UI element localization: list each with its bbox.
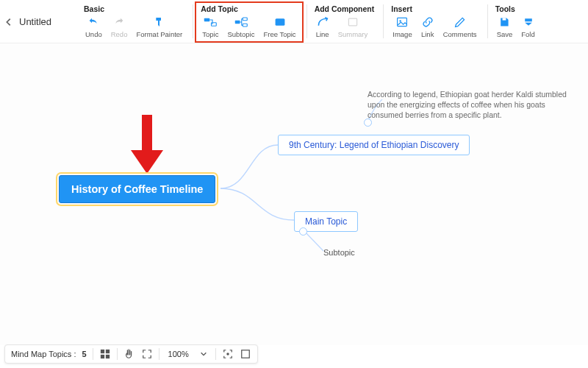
toolbar-separator [487, 4, 488, 38]
redo-icon [112, 15, 126, 29]
undo-button[interactable]: Undo [81, 14, 107, 41]
undo-icon [87, 15, 100, 29]
line-label: Line [316, 30, 329, 38]
fullscreen-icon[interactable] [240, 348, 251, 360]
outline-view-icon[interactable] [99, 348, 111, 360]
free-topic-icon [273, 15, 287, 29]
svg-rect-6 [348, 18, 356, 26]
annotation-arrow-icon [125, 113, 169, 180]
node-branch-a[interactable]: 9th Century: Legend of Ethiopian Discove… [278, 135, 470, 155]
status-bar: Mind Map Topics : 5 100% [4, 344, 258, 364]
svg-rect-10 [142, 115, 152, 152]
svg-rect-5 [275, 18, 284, 26]
summary-button[interactable]: Summary [334, 14, 373, 41]
line-icon [316, 15, 329, 29]
center-icon[interactable] [222, 348, 234, 360]
topic-count-label: Mind Map Topics : [11, 350, 76, 358]
link-icon [421, 15, 434, 29]
status-separator [159, 348, 159, 360]
chevron-down-icon[interactable] [198, 348, 209, 360]
fold-label: Fold [521, 30, 534, 38]
link-button[interactable]: Link [417, 14, 439, 41]
group-add-component: Add Component Line Summary [309, 1, 381, 41]
image-icon [395, 15, 409, 29]
format-painter-button[interactable]: Format Painter [132, 14, 187, 41]
svg-rect-12 [105, 350, 109, 353]
free-topic-button[interactable]: Free Topic [259, 14, 300, 41]
link-label: Link [421, 30, 434, 38]
svg-rect-16 [241, 350, 249, 358]
svg-rect-3 [243, 18, 247, 21]
pan-icon[interactable] [123, 348, 135, 360]
status-separator [117, 348, 118, 360]
summary-icon [346, 15, 359, 29]
svg-rect-9 [503, 18, 506, 20]
redo-label: Redo [111, 30, 128, 38]
redo-button[interactable]: Redo [107, 14, 132, 41]
format-painter-icon [153, 15, 166, 29]
topic-count-value: 5 [82, 350, 86, 358]
fold-button[interactable]: Fold [517, 14, 539, 41]
free-topic-label: Free Topic [263, 30, 295, 38]
comments-icon [453, 15, 467, 29]
toolbar-separator [193, 4, 193, 38]
topic-icon [204, 15, 217, 29]
status-separator [215, 348, 216, 360]
group-basic-title: Basic [81, 3, 187, 14]
format-painter-label: Format Painter [136, 30, 182, 38]
toolbar-separator [306, 4, 307, 38]
topic-button[interactable]: Topic [198, 14, 223, 41]
save-icon [498, 15, 511, 29]
mindmap-canvas[interactable]: According to legend, Ethiopian goat herd… [0, 43, 588, 345]
group-insert: Insert Image Link [385, 1, 484, 41]
group-add-topic: Add Topic Topic Subtopic [195, 1, 303, 43]
group-tools-title: Tools [492, 3, 539, 14]
comments-button[interactable]: Comments [439, 14, 481, 41]
subtopic-button[interactable]: Subtopic [223, 14, 259, 41]
svg-rect-4 [243, 24, 247, 26]
group-add-topic-title: Add Topic [198, 3, 300, 14]
save-button[interactable]: Save [492, 14, 517, 41]
status-separator [93, 348, 93, 360]
node-port-icon[interactable] [299, 227, 307, 236]
svg-rect-0 [204, 18, 210, 22]
node-central[interactable]: History of Coffee Timeline [59, 175, 215, 203]
undo-label: Undo [85, 30, 102, 38]
svg-rect-7 [398, 18, 407, 26]
line-button[interactable]: Line [312, 14, 334, 41]
group-insert-title: Insert [388, 3, 481, 14]
svg-rect-13 [100, 355, 104, 358]
fit-icon[interactable] [141, 348, 153, 360]
summary-label: Summary [338, 30, 368, 38]
image-label: Image [392, 30, 412, 38]
subtopic-label: Subtopic [227, 30, 254, 38]
toolbar: Untitled Basic Undo Redo F [0, 0, 588, 43]
comments-label: Comments [443, 30, 477, 38]
svg-point-15 [226, 353, 229, 355]
fold-icon [522, 15, 535, 29]
group-tools: Tools Save Fold [490, 1, 542, 41]
node-port-icon[interactable] [364, 118, 372, 127]
zoom-level[interactable]: 100% [165, 350, 192, 358]
note-text[interactable]: According to legend, Ethiopian goat herd… [368, 89, 581, 121]
image-button[interactable]: Image [388, 14, 416, 41]
topic-label: Topic [202, 30, 218, 38]
group-basic: Basic Undo Redo Format Painter [78, 1, 190, 41]
toolbar-separator [383, 4, 384, 38]
document-title[interactable]: Untitled [15, 1, 78, 27]
svg-rect-2 [235, 21, 240, 24]
svg-rect-11 [100, 350, 104, 353]
save-label: Save [497, 30, 513, 38]
app-menu-icon[interactable] [3, 1, 15, 43]
svg-rect-14 [105, 355, 109, 358]
node-subtopic[interactable]: Subtopic [323, 248, 355, 257]
group-add-component-title: Add Component [312, 3, 378, 14]
subtopic-icon [234, 15, 248, 29]
